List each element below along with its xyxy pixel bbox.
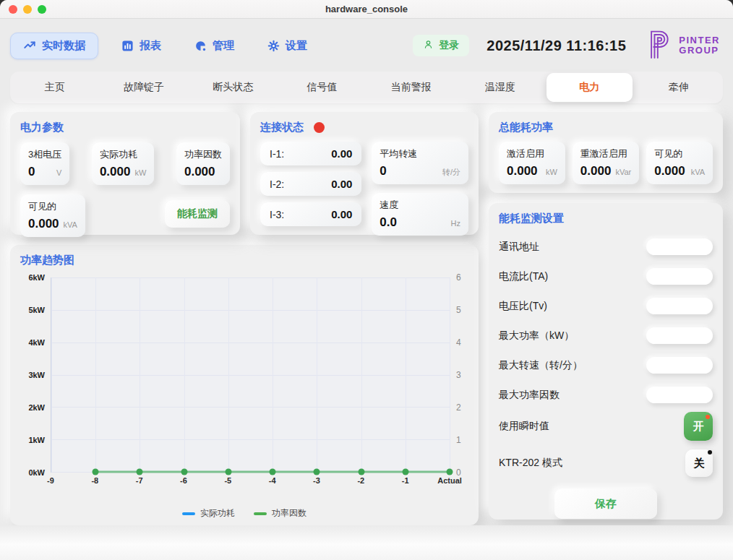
metric-value: 0.000 — [654, 164, 685, 178]
metric-card-reactive: 重激活启用 0.000kVar — [573, 142, 639, 184]
traffic-lights — [9, 5, 46, 14]
metric-label: 重激活启用 — [580, 147, 631, 160]
settings-row: 通讯地址 — [499, 238, 713, 255]
nav-realtime-data[interactable]: 实时数据 — [10, 33, 98, 59]
nav-label: 实时数据 — [42, 39, 85, 53]
current-value: 0.00 — [331, 147, 352, 160]
settings-row: KTR-202 模式 关 — [499, 449, 713, 477]
tab-current-alarms[interactable]: 当前警报 — [368, 73, 454, 102]
y-axis-label: 6kW — [28, 273, 45, 282]
nav-settings[interactable]: 设置 — [267, 39, 307, 53]
y-axis-label: 0kW — [28, 468, 45, 477]
tab-break-status[interactable]: 断头状态 — [190, 73, 276, 102]
total-power-panel: 总能耗功率 激活启用 0.000kW 重激活启用 0.000kVar 可见的 0 — [489, 112, 723, 193]
y-axis-label: 2kW — [28, 403, 45, 412]
tab-home[interactable]: 主页 — [12, 73, 98, 102]
comm-address-input[interactable] — [646, 238, 713, 255]
max-pf-input[interactable] — [646, 387, 713, 403]
connection-status-panel: 连接状态 I-1: 0.00 I-2: 0 — [250, 112, 479, 235]
current-label: I-3: — [270, 209, 284, 220]
metric-unit: kW — [546, 168, 557, 176]
legend-label: 功率因数 — [272, 507, 307, 520]
tab-signal-values[interactable]: 信号值 — [279, 73, 365, 102]
settings-row: 最大转速（转/分） — [499, 357, 713, 374]
current-row-i2: I-2: 0.00 — [260, 172, 361, 196]
save-button[interactable]: 保存 — [554, 488, 657, 519]
current-label: I-1: — [270, 148, 284, 160]
x-axis-label: -2 — [357, 476, 364, 485]
x-axis-label: -1 — [402, 476, 409, 485]
chart-legend: 实际功耗 功率因数 — [20, 507, 468, 520]
nav-label: 设置 — [286, 39, 307, 53]
series-line — [51, 277, 450, 472]
logo-line2: GROUP — [679, 46, 720, 56]
metric-label: 3相电压 — [28, 148, 61, 161]
tab-fault-spindles[interactable]: 故障锭子 — [100, 73, 187, 102]
x-axis-label: Actual — [437, 476, 462, 485]
energy-settings-panel: 能耗监测设置 通讯地址 电流比(TA) 电压比(Tv) 最大功率（kW — [489, 203, 723, 520]
metric-value: 0.000 — [100, 165, 131, 179]
metric-card-apparent-total: 可见的 0.000kVA — [646, 142, 713, 184]
ktr-202-mode-toggle[interactable]: 关 — [685, 449, 713, 477]
energy-monitor-button[interactable]: 能耗监测 — [165, 200, 230, 228]
settings-row: 使用瞬时值 开 — [499, 412, 713, 441]
tab-bar: 主页 故障锭子 断头状态 信号值 当前警报 温湿度 电力 牵伸 — [10, 72, 723, 103]
person-icon — [423, 39, 434, 52]
y-axis-label: 6 — [456, 272, 461, 283]
tab-temp-humidity[interactable]: 温湿度 — [457, 73, 543, 102]
y-axis-label: 4kW — [28, 338, 45, 347]
metric-label: 平均转速 — [380, 147, 460, 160]
login-button[interactable]: 登录 — [413, 35, 469, 56]
panel-title: 电力参数 — [20, 121, 230, 134]
instant-value-toggle[interactable]: 开 — [684, 412, 713, 441]
metric-value: 0.0 — [380, 215, 397, 230]
tab-power[interactable]: 电力 — [546, 73, 633, 102]
panel-title: 能耗监测设置 — [499, 212, 713, 225]
current-row-i1: I-1: 0.00 — [260, 142, 361, 165]
x-axis-label: -6 — [180, 476, 187, 485]
nav-management[interactable]: 管理 — [194, 39, 234, 53]
legend-item: 实际功耗 — [182, 507, 235, 520]
settings-label: 通讯地址 — [499, 241, 539, 254]
settings-label: 使用瞬时值 — [499, 420, 549, 433]
panel-title: 总能耗功率 — [499, 121, 713, 134]
logo-p-icon — [646, 28, 674, 63]
max-speed-input[interactable] — [646, 357, 713, 374]
settings-label: 最大功率（kW） — [499, 329, 574, 343]
metric-label: 可见的 — [28, 200, 77, 213]
metric-unit: kVA — [691, 168, 705, 176]
minimize-button[interactable] — [23, 5, 32, 14]
toggle-state: 关 — [694, 457, 705, 469]
settings-row: 电流比(TA) — [499, 268, 713, 285]
metric-label: 激活启用 — [507, 147, 557, 160]
settings-row: 最大功率因数 — [499, 387, 713, 403]
voltage-ratio-input[interactable] — [646, 298, 713, 314]
y-axis-label: 5 — [456, 305, 461, 315]
chart-y-axis-left: 6kW5kW4kW3kW2kW1kW0kW — [20, 277, 51, 473]
chart: 6kW5kW4kW3kW2kW1kW0kW 6543210 -9-8-7-6-5… — [20, 277, 468, 488]
power-trend-panel: 功率趋势图 6kW5kW4kW3kW2kW1kW0kW 6543210 -9-8… — [10, 245, 479, 525]
gear-icon — [267, 40, 280, 52]
main-content: 电力参数 3相电压 0V 实际功耗 0.000kW 功率因数 — [0, 103, 733, 525]
nav-reports[interactable]: 报表 — [121, 39, 161, 53]
y-axis-label: 3kW — [28, 371, 45, 379]
pie-chart-icon — [194, 40, 207, 52]
metric-label: 实际功耗 — [100, 148, 146, 161]
login-label: 登录 — [439, 39, 459, 52]
close-button[interactable] — [9, 5, 17, 14]
zoom-button[interactable] — [38, 5, 46, 14]
current-ratio-input[interactable] — [646, 268, 713, 285]
metric-value: 0.000 — [28, 217, 59, 231]
max-power-input[interactable] — [646, 327, 713, 344]
current-row-i3: I-3: 0.00 — [260, 202, 361, 226]
legend-dash-icon — [182, 512, 195, 515]
window-title: hardware_console — [0, 4, 733, 14]
current-label: I-2: — [270, 178, 284, 190]
trend-line-icon — [23, 39, 36, 52]
metric-unit: kVar — [615, 168, 631, 176]
desktop: hardware_console 实时数据 报表 管理 — [0, 0, 733, 560]
metric-card-avg-speed: 平均转速 0转/分 — [372, 142, 468, 184]
tab-drafting[interactable]: 牵伸 — [635, 73, 721, 102]
x-axis-label: -5 — [224, 476, 231, 485]
metric-card-voltage: 3相电压 0V — [20, 142, 69, 185]
